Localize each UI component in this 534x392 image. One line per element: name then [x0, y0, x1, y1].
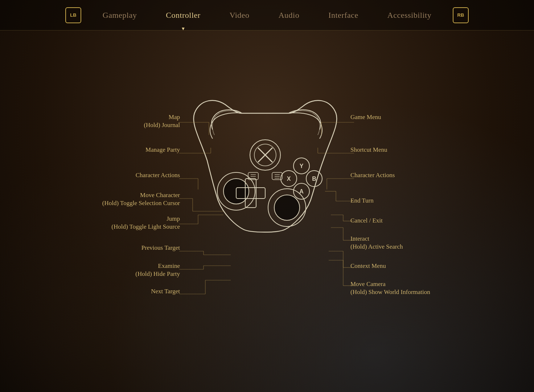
controller-diagram: Y X B A	[67, 84, 467, 338]
tab-accessibility[interactable]: Accessibility	[373, 0, 446, 30]
svg-text:B: B	[312, 176, 316, 182]
rb-button[interactable]: RB	[453, 7, 469, 23]
label-character-actions: Character Actions	[136, 171, 180, 179]
nav-tabs: Gameplay Controller Video Audio Interfac…	[88, 0, 446, 30]
label-map: Map (Hold) Journal	[144, 113, 180, 129]
label-manage-party: Manage Party	[145, 146, 180, 154]
label-move-character: Move Character (Hold) Toggle Selection C…	[102, 191, 180, 207]
label-move-camera: Move Camera (Hold) Show World Informatio…	[350, 280, 430, 296]
svg-text:X: X	[287, 176, 291, 182]
label-character-actions-r: Character Actions	[350, 171, 395, 179]
main-content: Y X B A	[0, 30, 534, 392]
tab-audio[interactable]: Audio	[264, 0, 314, 30]
svg-text:Y: Y	[300, 163, 304, 169]
svg-text:A: A	[299, 188, 304, 195]
label-context-menu: Context Menu	[350, 262, 386, 270]
label-game-menu: Game Menu	[350, 113, 381, 121]
label-interact: Interact (Hold) Active Search	[350, 235, 403, 251]
svg-point-16	[274, 195, 300, 220]
label-examine: Examine (Hold) Hide Party	[135, 262, 180, 278]
label-next-target: Next Target	[151, 287, 180, 295]
tab-gameplay[interactable]: Gameplay	[88, 0, 151, 30]
tab-video[interactable]: Video	[215, 0, 264, 30]
lb-button[interactable]: LB	[65, 7, 81, 23]
label-jump: Jump (Hold) Toggle Light Source	[111, 215, 180, 231]
controller-graphic: Y X B A	[194, 101, 337, 232]
right-labels: Game Menu Shortcut Menu Character Action…	[350, 84, 467, 338]
tab-interface[interactable]: Interface	[314, 0, 373, 30]
label-shortcut-menu: Shortcut Menu	[350, 146, 387, 154]
label-previous-target: Previous Target	[141, 244, 180, 252]
left-labels: Map (Hold) Journal Manage Party Characte…	[67, 84, 180, 338]
label-end-turn: End Turn	[350, 197, 374, 205]
navbar: LB Gameplay Controller Video Audio Inter…	[0, 0, 534, 30]
tab-controller[interactable]: Controller	[151, 0, 215, 30]
label-cancel-exit: Cancel / Exit	[350, 217, 383, 225]
